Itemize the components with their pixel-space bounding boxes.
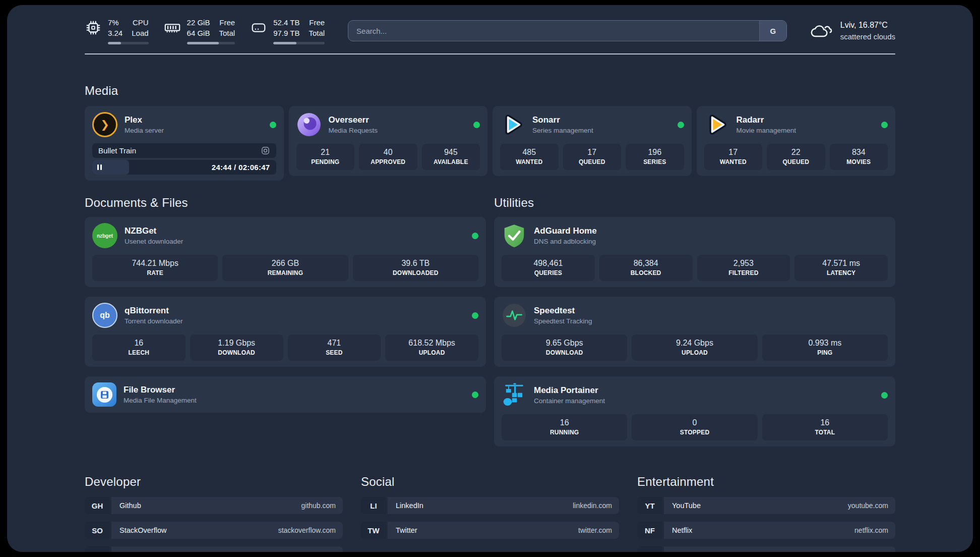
stat-box: 485WANTED	[500, 144, 559, 170]
bookmark-name: YouTube	[672, 502, 701, 510]
stat-box: 1.19 GbpsDOWNLOAD	[190, 335, 283, 361]
bookmark-abbr: YT	[637, 497, 662, 514]
bookmark-name: StackOverflow	[119, 526, 166, 534]
app-description: Speedtest Tracking	[534, 317, 888, 325]
app-card-qbittorrent[interactable]: qb qBittorrent Torrent downloader 16LEEC…	[85, 297, 486, 367]
status-dot	[881, 122, 888, 128]
app-description: Container management	[534, 397, 874, 405]
overseerr-icon	[296, 112, 322, 137]
ram-label-2: Total	[219, 28, 235, 38]
stat-box: 9.65 GbpsDOWNLOAD	[502, 335, 627, 361]
bookmark-url: youtube.com	[848, 502, 888, 510]
ram-icon	[164, 19, 181, 36]
bookmark-url: dev.to	[317, 551, 336, 552]
stat-box: 16TOTAL	[762, 414, 888, 440]
app-card-radarr[interactable]: Radarr Movie management 17WANTED 22QUEUE…	[697, 106, 896, 176]
app-card-nzbget[interactable]: nzbget NZBGet Usenet downloader 744.21 M…	[85, 217, 486, 287]
status-dot	[472, 233, 478, 239]
ram-label-1: Free	[219, 17, 235, 28]
section-title-social: Social	[361, 475, 619, 489]
status-dot	[678, 122, 684, 128]
stat-box: 39.6 TBDOWNLOADED	[353, 255, 478, 281]
app-card-filebrowser[interactable]: File Browser Media File Management	[85, 376, 486, 413]
app-card-portainer[interactable]: Media Portainer Container management 16R…	[494, 376, 895, 447]
stat-box: 834MOVIES	[830, 144, 888, 170]
stat-box: 9.24 GbpsUPLOAD	[632, 335, 757, 361]
stat-box: 945AVAILABLE	[422, 144, 480, 170]
search-input[interactable]	[348, 21, 759, 41]
app-card-adguard[interactable]: AdGuard Home DNS and adblocking 498,461Q…	[494, 217, 895, 287]
status-dot	[472, 392, 478, 398]
bookmark-dev[interactable]: DT DEVdev.to	[85, 546, 343, 552]
app-card-speedtest[interactable]: Speedtest Speedtest Tracking 9.65 GbpsDO…	[494, 297, 895, 367]
app-name: Media Portainer	[534, 385, 874, 396]
stat-box: 47.571 msLATENCY	[794, 255, 888, 281]
weather-condition: scattered clouds	[840, 31, 895, 42]
filebrowser-icon	[92, 382, 116, 407]
bookmark-linkedin[interactable]: LI LinkedInlinkedin.com	[361, 497, 619, 514]
cpu-icon	[85, 19, 102, 36]
bookmark-github[interactable]: GH Githubgithub.com	[85, 497, 343, 514]
disk-free: 52.4 TB	[273, 17, 299, 28]
weather-location-temp: Lviv, 16.87°C	[840, 20, 895, 31]
app-card-overseerr[interactable]: Overseerr Media Requests 21PENDING 40APP…	[289, 106, 488, 176]
bookmark-url: twitter.com	[578, 526, 612, 534]
nzbget-icon: nzbget	[92, 223, 117, 248]
cpu-label-1: CPU	[132, 17, 148, 28]
app-description: Movie management	[737, 127, 875, 134]
disk-icon	[250, 19, 267, 36]
stat-box: 16RUNNING	[502, 414, 627, 440]
app-card-sonarr[interactable]: Sonarr Series management 485WANTED 17QUE…	[493, 106, 692, 176]
disk-total: 97.9 TB	[273, 28, 299, 38]
bookmark-name: LinkedIn	[396, 502, 423, 510]
status-dot	[473, 122, 480, 128]
top-bar: 7% 3.24 CPU Load	[85, 17, 895, 44]
stat-box: 618.52 MbpsUPLOAD	[385, 335, 478, 361]
bookmark-url: github.com	[301, 502, 336, 510]
stat-box: 17QUEUED	[563, 144, 622, 170]
qbittorrent-icon: qb	[92, 303, 117, 328]
bookmark-abbr: RE	[637, 546, 662, 552]
stat-box: 16LEECH	[92, 335, 186, 361]
ram-total: 64 GiB	[187, 28, 210, 38]
weather-widget: Lviv, 16.87°C scattered clouds	[810, 20, 895, 41]
app-description: Usenet downloader	[125, 238, 465, 245]
bookmark-name: DEV	[119, 551, 135, 552]
plex-icon: ❯	[92, 112, 117, 137]
ram-monitor: 22 GiB 64 GiB Free Total	[164, 17, 235, 44]
bookmark-url: reddit.com	[855, 551, 888, 552]
topbar-divider	[85, 53, 895, 54]
pause-icon	[97, 163, 103, 172]
section-title-entertainment: Entertainment	[637, 475, 895, 489]
app-description: Series management	[532, 127, 670, 134]
stat-box: 744.21 MbpsRATE	[92, 255, 218, 281]
section-title-media: Media	[85, 84, 895, 98]
bookmark-url: linkedin.com	[573, 502, 612, 510]
bookmark-netflix[interactable]: NF Netflixnetflix.com	[637, 522, 895, 539]
stat-box: 21PENDING	[296, 144, 355, 170]
sonarr-icon	[500, 112, 525, 137]
bookmark-abbr: SO	[85, 522, 110, 539]
app-name: AdGuard Home	[534, 226, 888, 236]
search-provider-button[interactable]: G	[759, 21, 786, 41]
bookmark-reddit[interactable]: RE Redditreddit.com	[637, 546, 895, 552]
playback-time: 24:44 / 02:06:47	[212, 160, 270, 175]
cloud-icon	[810, 21, 833, 40]
app-name: File Browser	[124, 385, 465, 395]
bookmark-twitter[interactable]: TW Twittertwitter.com	[361, 522, 619, 539]
stat-box: 40APPROVED	[359, 144, 417, 170]
speedtest-icon	[502, 303, 527, 328]
bookmark-stackoverflow[interactable]: SO StackOverflowstackoverflow.com	[85, 522, 343, 539]
camera-icon	[261, 146, 270, 155]
bookmark-youtube[interactable]: YT YouTubeyoutube.com	[637, 497, 895, 514]
app-description: Media server	[125, 127, 263, 134]
app-card-plex[interactable]: ❯ Plex Media server Bullet Train 24:44 /…	[85, 106, 284, 181]
stat-box: 0.993 msPING	[762, 335, 888, 361]
portainer-icon	[502, 382, 527, 408]
app-name: NZBGet	[125, 226, 465, 236]
cpu-monitor: 7% 3.24 CPU Load	[85, 17, 149, 44]
now-playing-row: Bullet Train	[92, 143, 276, 158]
disk-label-1: Free	[309, 17, 325, 28]
app-name: qBittorrent	[125, 306, 465, 316]
stat-box: 266 GBREMAINING	[222, 255, 348, 281]
